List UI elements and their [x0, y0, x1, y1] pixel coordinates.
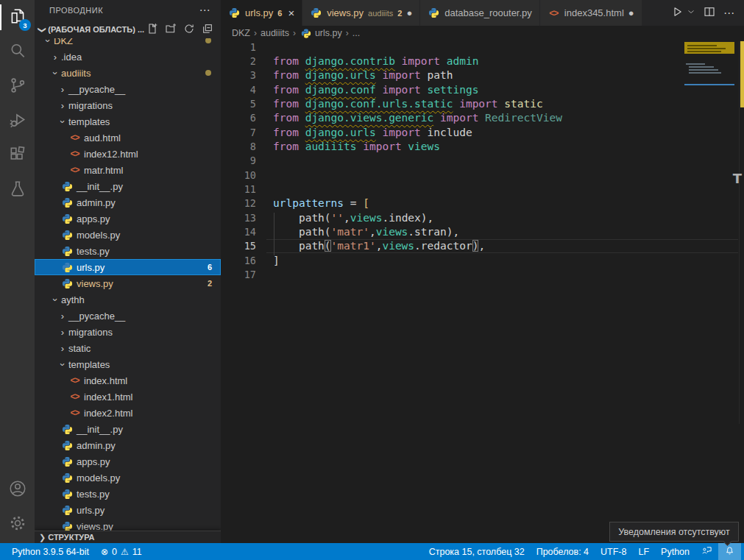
overview-warning-marks: [740, 41, 744, 107]
tree-item-init-py[interactable]: __init__.py: [35, 421, 221, 437]
explorer-badge: 3: [19, 19, 31, 31]
chevron-down-icon: ›: [50, 294, 61, 305]
code-editor[interactable]: 12from django.contrib import admin3from …: [221, 40, 744, 543]
python-file-icon: [61, 520, 74, 531]
python-interpreter-status[interactable]: Python 3.9.5 64-bit: [6, 543, 95, 560]
code-line-2: 2from django.contrib import admin: [221, 54, 744, 68]
python-file-icon: [228, 7, 241, 19]
git-branch-icon: [8, 76, 27, 97]
indentation-status[interactable]: Пробелов: 4: [531, 543, 595, 560]
tree-item-index2-html[interactable]: <>index2.html: [35, 405, 221, 421]
tree-item-apps-py[interactable]: apps.py: [35, 210, 221, 227]
tab-urls-py[interactable]: urls.py6×: [221, 0, 302, 26]
tree-item-label: __init__.py: [77, 424, 123, 435]
workspace-section-header[interactable]: ❯ (РАБОЧАЯ ОБЛАСТЬ) ...: [35, 21, 221, 38]
html-file-icon: <>: [548, 7, 560, 19]
run-dropdown-chevron-icon[interactable]: [687, 7, 695, 18]
tree-item-migrations[interactable]: ›migrations: [35, 97, 221, 113]
tree-item-apps-py[interactable]: apps.py: [35, 453, 221, 469]
minimap[interactable]: [684, 41, 736, 130]
run-debug-activity-button[interactable]: [0, 104, 35, 138]
run-button[interactable]: [670, 5, 684, 21]
tree-item-label: urls.py: [77, 505, 104, 516]
tree-item-aythh[interactable]: ›aythh: [35, 291, 221, 308]
tree-item-models-py[interactable]: models.py: [35, 469, 221, 486]
tree-item-label: index2.html: [84, 408, 132, 419]
tab-label: database_roouter.py: [444, 7, 532, 18]
tree-item-index1-html[interactable]: <>index1.html: [35, 389, 221, 405]
new-file-icon[interactable]: [146, 23, 158, 36]
tree-item-aud-html[interactable]: <>aud.html: [35, 130, 221, 146]
refresh-icon[interactable]: [183, 23, 195, 36]
line-number: 1: [221, 41, 256, 53]
tree-item-views-py[interactable]: views.py2: [35, 275, 221, 291]
views-and-more-actions-icon[interactable]: ⋯: [199, 4, 211, 17]
feedback-button[interactable]: [695, 543, 718, 560]
tree-item-matr-html[interactable]: <>matr.html: [35, 162, 221, 178]
tree-item-admin-py[interactable]: admin.py: [35, 437, 221, 453]
search-activity-button[interactable]: [0, 35, 35, 69]
tree-item-admin-py[interactable]: admin.py: [35, 194, 221, 210]
bell-icon: [724, 545, 735, 559]
line-number: 15: [221, 240, 256, 252]
breadcrumb-item[interactable]: audiiits: [261, 28, 289, 38]
modified-dot-badge: [205, 38, 211, 43]
chevron-separator-icon: ›: [346, 28, 349, 38]
tree-item-urls-py[interactable]: urls.py6: [35, 259, 221, 275]
tree-item-migrations[interactable]: ›migrations: [35, 324, 221, 340]
tree-item-pycache[interactable]: ›__pycache__: [35, 81, 221, 97]
new-folder-icon[interactable]: [165, 23, 177, 36]
tree-item-tests-py[interactable]: tests.py: [35, 486, 221, 502]
notifications-bell-button[interactable]: [718, 543, 741, 560]
outline-section-header[interactable]: ❯ СТРУКТУРА: [35, 531, 221, 543]
explorer-activity-button[interactable]: 3: [0, 0, 35, 35]
language-mode-status[interactable]: Python: [655, 543, 695, 560]
extensions-activity-button[interactable]: [0, 138, 35, 173]
tab-views-py[interactable]: views.pyaudiiits2●: [302, 0, 419, 26]
split-editor-icon[interactable]: [703, 5, 716, 21]
chevron-right-icon: ❯: [39, 533, 46, 542]
tab-database-roouter-py[interactable]: database_roouter.py: [420, 0, 539, 26]
more-editor-actions-icon[interactable]: ⋯: [723, 7, 735, 20]
tree-item-tests-py[interactable]: tests.py: [35, 243, 221, 259]
tree-item-index12-html[interactable]: <>index12.html: [35, 146, 221, 162]
tree-item-index-html[interactable]: <>index.html: [35, 372, 221, 389]
tree-item-label: audiiits: [61, 68, 91, 79]
line-number: 10: [221, 169, 256, 181]
editor-group: urls.py6×views.pyaudiiits2●database_roou…: [221, 0, 744, 543]
encoding-status[interactable]: UTF-8: [595, 543, 632, 560]
collapse-all-icon[interactable]: [202, 23, 213, 36]
python-file-icon: [61, 229, 74, 241]
close-tab-icon[interactable]: ×: [288, 7, 294, 19]
problems-status[interactable]: ⊗ 0 ⚠ 11: [95, 543, 148, 560]
account-button[interactable]: [0, 472, 35, 507]
tree-item-static[interactable]: ›static: [35, 340, 221, 356]
cursor-position-status[interactable]: Строка 15, столбец 32: [423, 543, 531, 560]
breadcrumb-item[interactable]: urls.py: [315, 28, 342, 38]
tree-item-label: aud.html: [84, 132, 121, 143]
tab-index345-html[interactable]: <>index345.html●: [540, 0, 642, 26]
tree-item-init-py[interactable]: __init__.py: [35, 178, 221, 194]
tree-item-models-py[interactable]: models.py: [35, 227, 221, 243]
python-file-icon: [301, 28, 311, 38]
tree-item-pycache[interactable]: ›__pycache__: [35, 308, 221, 324]
tab-label: index345.html: [564, 7, 624, 18]
tree-item-urls-py[interactable]: urls.py: [35, 502, 221, 518]
source-control-activity-button[interactable]: [0, 69, 35, 104]
testing-activity-button[interactable]: [0, 173, 35, 208]
tree-item-audiiits[interactable]: ›audiiits: [35, 65, 221, 81]
tree-item-templates[interactable]: ›templates: [35, 113, 221, 130]
breadcrumb-item[interactable]: ...: [352, 28, 360, 38]
tree-item-templates[interactable]: ›templates: [35, 356, 221, 372]
code-line-13: 13 path('',views.index),: [221, 210, 744, 224]
eol-status[interactable]: LF: [632, 543, 655, 560]
tree-item-views-py[interactable]: views.py: [35, 518, 221, 531]
settings-button[interactable]: [0, 507, 35, 542]
tree-item-idea[interactable]: ›.idea: [35, 49, 221, 65]
breadcrumb-item[interactable]: DKZ: [232, 28, 250, 38]
chevron-down-icon: ❯: [38, 26, 47, 32]
tree-item-label: views.py: [77, 278, 113, 289]
tree-item-dkz[interactable]: ›DKZ: [35, 38, 221, 49]
chevron-down-icon: ›: [57, 116, 68, 127]
chevron-down-icon: ›: [43, 38, 54, 46]
